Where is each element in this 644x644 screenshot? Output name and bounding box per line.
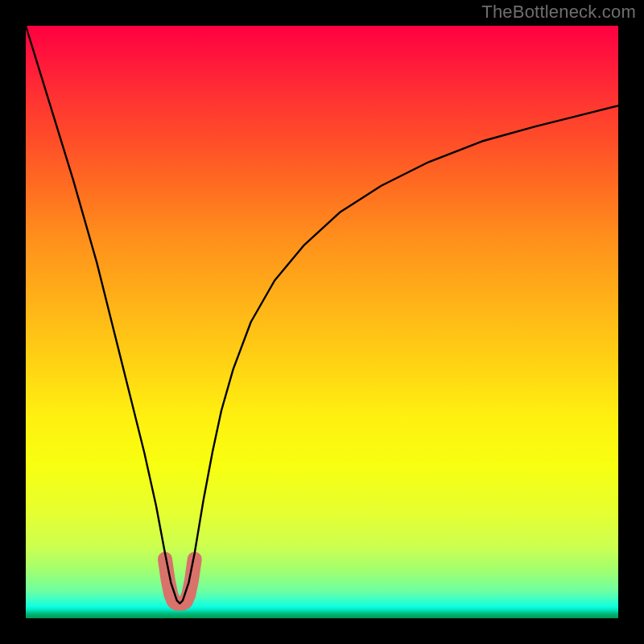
watermark-label: TheBottleneck.com (481, 2, 636, 23)
salmon-underline-path (165, 559, 195, 603)
curve-layer (26, 26, 618, 618)
chart-root: TheBottleneck.com (0, 0, 644, 644)
plot-area (26, 26, 618, 618)
bottleneck-curve-path (26, 26, 618, 604)
